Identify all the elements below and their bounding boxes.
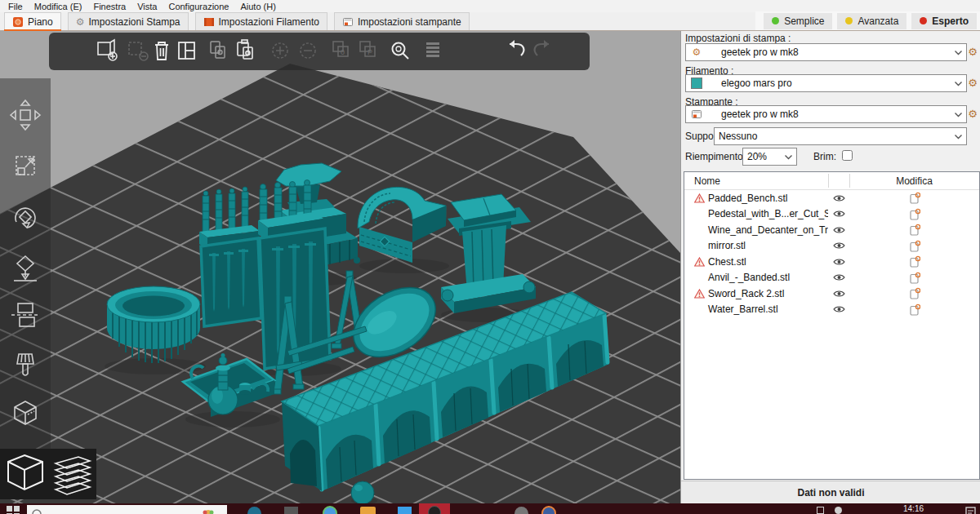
mode-semplice-button[interactable]: Semplice [764,13,832,29]
object-row[interactable]: Chest.stl [684,254,979,270]
supports-select[interactable]: Nessuno [714,127,967,145]
edit-settings-icon[interactable] [909,224,920,236]
edit-settings-icon[interactable] [909,208,920,220]
copy-icon[interactable] [211,42,225,58]
edit-settings-icon[interactable] [909,255,920,268]
menu-modifica[interactable]: Modifica (E) [29,2,88,11]
edit-settings-icon[interactable] [909,240,920,252]
eye-icon[interactable] [833,290,845,298]
eye-icon[interactable] [833,194,845,202]
tab-bar: Piano ⚙ Impostazioni Stampa Impostazioni… [0,12,980,31]
taskbar-folder-icon[interactable] [360,507,376,514]
edit-settings-icon[interactable] [909,272,920,284]
mode-esperto-button[interactable]: Esperto [911,13,977,29]
print-settings-gear-button[interactable]: ⚙ [966,45,979,60]
place-on-face-tool-icon[interactable] [14,256,37,281]
menu-configurazione[interactable]: Configurazione [163,2,234,11]
object-list: Nome Modifica Padded_Bench.stl Pedestal_… [684,171,980,480]
app-window: File Modifica (E) Finestra Vista Configu… [0,0,980,514]
taskbar-search-box[interactable] [27,505,227,514]
printer-select[interactable]: geetek pro w mk8 [685,105,967,123]
column-nome[interactable]: Nome [684,175,828,187]
object-name: Sword_Rack 2.stl [708,288,784,299]
delete-all-icon[interactable] [155,42,168,60]
object-row[interactable]: Wine_and_Decanter_on_Tray.stl [684,222,979,238]
add-object-icon[interactable] [98,40,117,60]
menu-finestra[interactable]: Finestra [87,2,131,11]
printer-icon [690,109,703,120]
taskbar-app-icon[interactable] [541,506,556,514]
edit-settings-icon[interactable] [909,304,920,316]
filament-gear-button[interactable]: ⚙ [966,76,979,91]
column-modifica[interactable]: Modifica [849,175,979,187]
taskbar-clock[interactable]: 14:16 [903,504,924,513]
notification-center-icon[interactable] [965,506,976,514]
edit-settings-icon[interactable] [909,287,920,299]
printer-gear-button[interactable]: ⚙ [966,107,979,122]
layers-view-icon[interactable] [426,42,439,57]
remove-object-icon[interactable] [129,42,148,60]
paint-tool-icon[interactable] [17,354,33,375]
infill-select[interactable]: 20% [742,148,797,166]
eye-icon[interactable] [833,305,845,313]
print-settings-select[interactable]: ⚙ geetek pro w mk8 [685,43,967,61]
eye-icon[interactable] [833,258,845,266]
tab-impostazioni-stampante[interactable]: Impostazioni stampante [334,12,470,30]
filament-value: elegoo mars pro [721,78,792,89]
view-layers-button[interactable] [56,457,90,494]
split-objects-icon[interactable]: 0 [333,42,348,56]
svg-text:P: P [368,48,372,56]
decrease-copies-icon[interactable] [301,43,315,58]
taskbar-app-icon[interactable] [284,507,298,514]
model-sphere[interactable] [351,481,374,503]
object-row[interactable]: Sword_Rack 2.stl [684,286,979,302]
tab-piano[interactable]: Piano [4,12,61,30]
search-icon[interactable] [393,43,409,60]
object-name: Padded_Bench.stl [708,193,787,204]
eye-icon[interactable] [833,273,845,281]
arrange-icon[interactable] [179,42,194,59]
eye-icon[interactable] [833,226,845,234]
move-tool-icon[interactable] [11,100,40,130]
brim-checkbox[interactable] [842,150,853,161]
menu-file[interactable]: File [2,2,29,11]
rotate-tool-icon[interactable] [16,208,35,228]
taskbar-app-icon[interactable] [247,507,261,514]
tab-impostazioni-stampa[interactable]: ⚙ Impostazioni Stampa [68,12,189,30]
seam-tool-icon[interactable] [15,401,36,424]
object-row[interactable]: Padded_Bench.stl [684,190,979,206]
undo-icon[interactable] [510,40,523,55]
paste-icon[interactable] [238,40,252,59]
taskbar-app-icon[interactable] [514,507,528,514]
filament-icon [203,16,215,28]
scene-3d [0,31,680,503]
taskbar-app-icon[interactable] [398,507,412,514]
menu-bar: File Modifica (E) Finestra Vista Configu… [0,0,980,12]
increase-copies-icon[interactable] [273,43,287,58]
redo-icon[interactable] [535,40,549,55]
object-row[interactable]: Water_Barrel.stl [684,302,979,318]
mode-avanzata-button[interactable]: Avanzata [837,13,906,29]
taskbar-browser-icon[interactable] [323,506,337,514]
tray-icon[interactable] [835,507,842,514]
object-row[interactable]: Anvil_-_Banded.stl [684,270,979,286]
tab-impostazioni-filamento[interactable]: Impostazioni Filamento [195,12,327,30]
menu-vista[interactable]: Vista [131,2,163,11]
eye-icon[interactable] [833,210,845,218]
menu-aiuto[interactable]: Aiuto (H) [234,2,281,11]
eye-icon[interactable] [833,241,845,250]
cut-tool-icon[interactable] [11,304,39,326]
object-name: Water_Barrel.stl [708,304,778,315]
tray-icon[interactable] [817,507,824,514]
viewport-3d[interactable]: 0 P [0,31,680,503]
split-parts-icon[interactable]: P [360,42,375,56]
taskbar-active-app[interactable] [419,503,450,514]
object-row[interactable]: Pedestal_with_B...er_Cut_Stone.stl [684,206,979,223]
view-3d-button[interactable] [8,455,42,490]
object-row[interactable]: mirror.stl [684,238,979,255]
scale-tool-icon[interactable] [16,157,34,175]
object-name: Wine_and_Decanter_on_Tray.stl [708,224,828,236]
start-button[interactable] [7,506,20,514]
edit-settings-icon[interactable] [909,192,920,204]
filament-select[interactable]: elegoo mars pro [685,74,967,92]
